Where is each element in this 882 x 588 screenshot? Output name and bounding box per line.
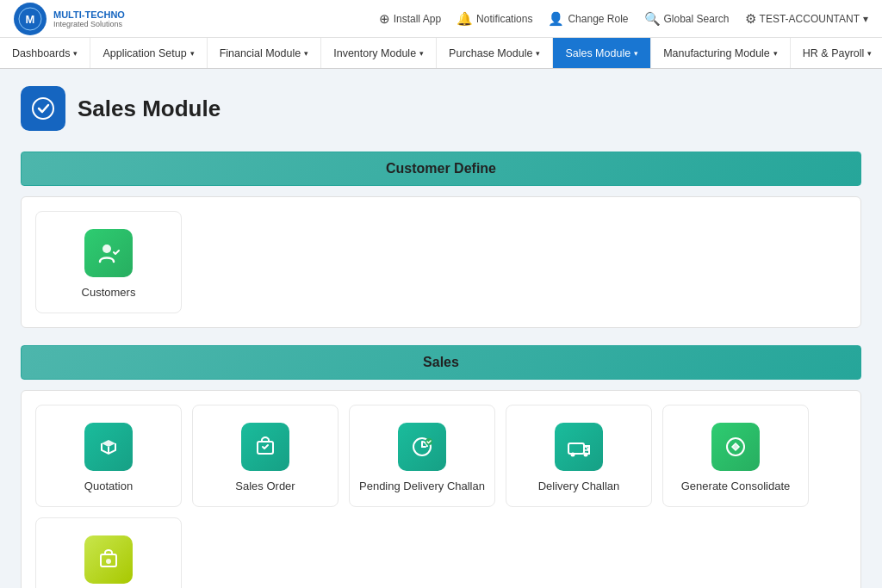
card-quotation[interactable]: Quotation [35, 405, 182, 507]
svg-point-10 [571, 453, 575, 457]
logo-text: MULTI-TECHNO Integrated Solutions [53, 9, 125, 28]
navbar: Dashboards ▾ Application Setup ▾ Financi… [0, 38, 882, 69]
page-title: Sales Module [78, 96, 220, 122]
nav-inventory-module[interactable]: Inventory Module ▾ [321, 38, 437, 68]
sales-cards: Quotation Sales Order [21, 390, 861, 588]
nav-dashboards-caret: ▾ [73, 49, 78, 58]
quotation-label: Quotation [84, 480, 133, 492]
svg-point-13 [733, 444, 738, 449]
section-sales: Sales [21, 345, 861, 380]
nav-hr-payroll[interactable]: HR & Payroll ▾ [791, 38, 882, 68]
change-role-action[interactable]: 👤 Change Role [548, 11, 628, 27]
card-sales-order[interactable]: Sales Order [192, 405, 339, 507]
notifications-icon: 🔔 [457, 11, 473, 27]
nav-sales-module-caret: ▾ [634, 49, 638, 58]
card-customers[interactable]: Customers [35, 211, 182, 313]
user-menu-label: TEST-ACCOUNTANT [760, 13, 860, 25]
logo-icon: M [14, 3, 47, 35]
nav-financial-module-caret: ▾ [304, 49, 308, 58]
customers-icon [84, 229, 133, 277]
svg-text:M: M [26, 13, 35, 26]
nav-manufacturing-module[interactable]: Manufacturing Module ▾ [651, 38, 791, 68]
svg-point-3 [102, 244, 111, 253]
page-header-icon [21, 86, 65, 131]
nav-inventory-module-caret: ▾ [419, 49, 424, 58]
nav-manufacturing-module-caret: ▾ [773, 49, 778, 58]
nav-hr-payroll-label: HR & Payroll [803, 47, 865, 59]
change-role-label: Change Role [568, 13, 628, 25]
change-role-icon: 👤 [548, 11, 564, 27]
delivery-challan-icon [555, 423, 603, 471]
sales-second-row: Point of Sale [35, 517, 847, 588]
nav-purchase-module-caret: ▾ [536, 49, 540, 58]
install-app-label: Install App [394, 13, 441, 25]
user-menu-action[interactable]: ⚙ TEST-ACCOUNTANT ▾ [745, 11, 868, 27]
nav-purchase-module[interactable]: Purchase Module ▾ [437, 38, 553, 68]
install-app-icon: ⊕ [379, 11, 390, 27]
svg-rect-9 [568, 443, 584, 454]
point-of-sale-icon [84, 535, 133, 584]
user-menu-caret: ▾ [863, 13, 868, 25]
topbar: M MULTI-TECHNO Integrated Solutions ⊕ In… [0, 0, 882, 38]
nav-manufacturing-module-label: Manufacturing Module [663, 47, 770, 59]
generate-consolidate-label: Generate Consolidate [681, 480, 790, 492]
card-delivery-challan[interactable]: Delivery Challan [506, 405, 652, 507]
pending-delivery-challan-icon [398, 423, 446, 471]
page-content: Sales Module Customer Define Customers S… [0, 69, 882, 588]
sales-order-icon [241, 423, 289, 471]
nav-sales-module-label: Sales Module [565, 47, 630, 59]
card-generate-consolidate[interactable]: Generate Consolidate [662, 405, 809, 507]
install-app-action[interactable]: ⊕ Install App [379, 11, 441, 27]
notifications-label: Notifications [476, 13, 532, 25]
card-pending-delivery-challan[interactable]: Pending Delivery Challan [349, 405, 495, 507]
topbar-actions: ⊕ Install App 🔔 Notifications 👤 Change R… [379, 11, 868, 27]
page-header: Sales Module [21, 86, 861, 131]
generate-consolidate-icon [711, 423, 760, 471]
svg-point-2 [33, 98, 53, 119]
notifications-action[interactable]: 🔔 Notifications [457, 11, 532, 27]
nav-dashboards[interactable]: Dashboards ▾ [0, 38, 90, 68]
svg-point-11 [584, 453, 588, 457]
nav-financial-module[interactable]: Financial Module ▾ [208, 38, 322, 68]
pending-delivery-challan-label: Pending Delivery Challan [359, 480, 485, 492]
nav-inventory-module-label: Inventory Module [333, 47, 416, 59]
nav-application-setup-caret: ▾ [190, 49, 195, 58]
global-search-label: Global Search [664, 13, 730, 25]
nav-hr-payroll-caret: ▾ [867, 49, 872, 58]
sales-order-label: Sales Order [235, 480, 295, 492]
nav-application-setup[interactable]: Application Setup ▾ [90, 38, 207, 68]
user-menu-icon: ⚙ [745, 11, 756, 27]
section-customer-define: Customer Define [21, 152, 861, 186]
nav-purchase-module-label: Purchase Module [449, 47, 532, 59]
nav-dashboards-label: Dashboards [12, 47, 70, 59]
nav-sales-module[interactable]: Sales Module ▾ [553, 38, 651, 68]
global-search-action[interactable]: 🔍 Global Search [644, 11, 730, 27]
svg-point-15 [106, 559, 111, 564]
quotation-icon [84, 423, 133, 471]
card-point-of-sale[interactable]: Point of Sale [35, 517, 182, 588]
logo-area: M MULTI-TECHNO Integrated Solutions [14, 3, 125, 35]
customers-label: Customers [82, 286, 136, 299]
nav-financial-module-label: Financial Module [220, 47, 301, 59]
customer-define-cards: Customers [21, 196, 861, 328]
delivery-challan-label: Delivery Challan [538, 480, 620, 492]
nav-application-setup-label: Application Setup [102, 47, 186, 59]
global-search-icon: 🔍 [644, 11, 661, 27]
